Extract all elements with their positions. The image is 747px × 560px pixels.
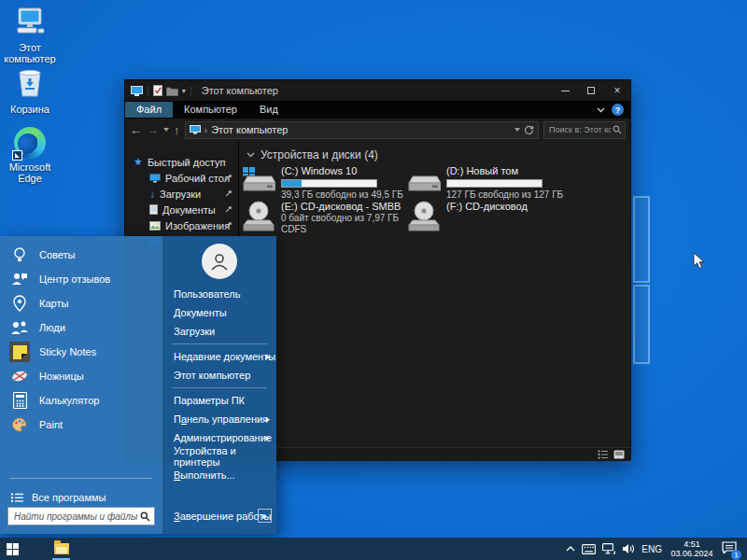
date: 03.06.2024 bbox=[669, 549, 715, 558]
tab-view[interactable]: Вид bbox=[248, 102, 289, 118]
tab-file[interactable]: Файл bbox=[125, 102, 173, 118]
taskbar-clock[interactable]: 4:51 03.06.2024 bbox=[669, 539, 715, 558]
desktop: Этот компьютер Корзина Microsoft Edge bbox=[0, 0, 747, 560]
section-header[interactable]: Устройства и диски (4) bbox=[247, 148, 630, 161]
scissors-icon bbox=[9, 366, 30, 386]
all-programs-button[interactable]: Все программы bbox=[0, 488, 162, 507]
app-icon bbox=[131, 86, 143, 96]
app-item-tips[interactable]: Советы bbox=[0, 243, 162, 267]
large-icons-view-button[interactable] bbox=[613, 450, 625, 459]
map-pin-icon bbox=[9, 293, 30, 314]
app-item-snipping-tool[interactable]: Ножницы bbox=[0, 364, 162, 388]
separator: | bbox=[147, 85, 149, 96]
language-indicator[interactable]: ENG bbox=[641, 544, 662, 554]
desktop-icon-edge[interactable]: Microsoft Edge bbox=[0, 127, 60, 184]
capacity-bar bbox=[281, 179, 377, 188]
recycle-bin-icon bbox=[0, 67, 60, 101]
address-dropdown-chevron-icon[interactable] bbox=[514, 128, 520, 132]
drive-tile-d[interactable]: (D:) Новый том 127 ГБ свободно из 127 ГБ bbox=[407, 165, 571, 201]
ribbon-collapse-chevron-icon[interactable] bbox=[597, 107, 605, 113]
shutdown-options-arrow-button[interactable]: ▸ bbox=[258, 509, 272, 523]
desktop-icon-label: Microsoft Edge bbox=[9, 161, 51, 184]
ribbon-tabs: Файл Компьютер Вид ? bbox=[125, 101, 630, 119]
details-view-button[interactable] bbox=[598, 450, 609, 459]
desktop-icon-label: Этот компьютер bbox=[4, 42, 55, 64]
drive-tile-f[interactable]: (F:) CD-дисковод bbox=[407, 201, 571, 232]
desktop-icon-recycle-bin[interactable]: Корзина bbox=[0, 67, 60, 115]
app-item-calculator[interactable]: Калькулятор bbox=[0, 388, 162, 413]
sidebar-item-desktop[interactable]: Рабочий стол bbox=[125, 170, 238, 186]
search-input[interactable] bbox=[547, 124, 613, 135]
start-link-user[interactable]: Пользователь bbox=[162, 285, 276, 303]
start-link-devices-printers[interactable]: Устройства и принтеры bbox=[162, 447, 276, 466]
sidebar-item-downloads[interactable]: ↓ Загрузки bbox=[125, 186, 238, 202]
pin-icon bbox=[225, 189, 233, 197]
shutdown-button[interactable]: Завершение работы ▸ bbox=[162, 507, 276, 525]
close-button[interactable]: × bbox=[604, 80, 630, 101]
back-button[interactable]: ← bbox=[130, 124, 142, 136]
tab-computer[interactable]: Компьютер bbox=[173, 102, 248, 118]
pin-icon bbox=[225, 221, 233, 229]
start-menu-places-column: Пользователь Документы Загрузки Недавние… bbox=[162, 236, 276, 534]
capacity-text: 127 ГБ свободно из 127 ГБ bbox=[446, 189, 563, 201]
start-search-box[interactable] bbox=[7, 507, 155, 525]
sidebar-item-pictures[interactable]: Изображения bbox=[125, 217, 238, 233]
drive-tile-c[interactable]: (C:) Windows 10 39,3 ГБ свободно из 49,5… bbox=[242, 165, 406, 201]
address-text: Этот компьютер bbox=[211, 124, 288, 135]
drive-tile-e[interactable]: (E:) CD-дисковод - SMBB 0 байт свободно … bbox=[242, 201, 406, 235]
up-button[interactable]: ↑ bbox=[174, 124, 180, 136]
pin-icon bbox=[225, 205, 233, 213]
user-avatar[interactable] bbox=[202, 244, 237, 279]
sticky-notes-icon bbox=[9, 342, 30, 362]
tray-expand-chevron-icon[interactable] bbox=[566, 546, 575, 552]
minimize-button[interactable] bbox=[552, 80, 578, 101]
touch-keyboard-icon[interactable] bbox=[582, 544, 596, 554]
network-icon[interactable] bbox=[602, 543, 615, 554]
app-item-paint[interactable]: Paint bbox=[0, 413, 162, 437]
start-link-administrative-tools[interactable]: Администрирование ▸ bbox=[162, 428, 276, 447]
start-link-this-pc[interactable]: Этот компьютер bbox=[162, 366, 276, 385]
start-link-recent-documents[interactable]: Недавние документы ▸ bbox=[162, 347, 276, 366]
properties-icon[interactable] bbox=[153, 85, 162, 96]
sidebar-item-documents[interactable]: Документы bbox=[125, 202, 238, 217]
app-item-feedback-hub[interactable]: Центр отзывов bbox=[0, 267, 162, 291]
app-item-sticky-notes[interactable]: Sticky Notes bbox=[0, 340, 162, 364]
star-icon: ★ bbox=[134, 156, 143, 168]
title-bar[interactable]: | ▾ | Этот компьютер × bbox=[125, 80, 630, 101]
start-search-input[interactable] bbox=[12, 511, 140, 523]
start-link-control-panel[interactable]: Панель управления ▸ bbox=[162, 410, 276, 428]
taskbar: ENG 4:51 03.06.2024 1 bbox=[0, 538, 747, 560]
divider bbox=[172, 387, 267, 388]
volume-icon[interactable] bbox=[622, 543, 635, 554]
help-button[interactable]: ? bbox=[612, 104, 624, 116]
start-link-pc-settings[interactable]: Параметры ПК bbox=[162, 391, 276, 410]
hdd-icon bbox=[407, 165, 441, 195]
refresh-button[interactable] bbox=[524, 125, 534, 135]
start-link-documents[interactable]: Документы bbox=[162, 303, 276, 322]
desktop-icon bbox=[149, 174, 161, 183]
app-item-maps[interactable]: Карты bbox=[0, 291, 162, 315]
qat-chevron-down-icon[interactable]: ▾ bbox=[182, 87, 186, 95]
drive-name: (D:) Новый том bbox=[446, 165, 563, 177]
taskbar-explorer-button[interactable] bbox=[49, 538, 74, 560]
sidebar-item-quick-access[interactable]: ★ Быстрый доступ bbox=[125, 154, 238, 170]
time: 4:51 bbox=[669, 539, 715, 549]
submenu-arrow-icon: ▸ bbox=[265, 414, 270, 424]
document-icon bbox=[149, 204, 158, 215]
start-link-run[interactable]: Выполнить... bbox=[162, 466, 276, 484]
action-center-button[interactable]: 1 bbox=[722, 540, 737, 557]
start-link-downloads[interactable]: Загрузки bbox=[162, 322, 276, 341]
forward-button[interactable]: → bbox=[147, 124, 159, 136]
new-folder-icon[interactable] bbox=[166, 86, 178, 96]
drive-name: (F:) CD-дисковод bbox=[446, 201, 528, 213]
lightbulb-icon bbox=[9, 245, 30, 265]
capacity-text: 39,3 ГБ свободно из 49,5 ГБ bbox=[281, 189, 403, 201]
app-item-people[interactable]: Люди bbox=[0, 315, 162, 340]
recent-locations-chevron-icon[interactable] bbox=[163, 128, 169, 132]
collapse-chevron-icon bbox=[247, 152, 255, 158]
maximize-button[interactable] bbox=[578, 80, 604, 101]
desktop-icon-this-pc[interactable]: Этот компьютер bbox=[0, 7, 60, 64]
start-button[interactable] bbox=[0, 538, 25, 560]
address-bar[interactable]: › Этот компьютер bbox=[185, 121, 540, 139]
search-box[interactable] bbox=[543, 121, 626, 139]
